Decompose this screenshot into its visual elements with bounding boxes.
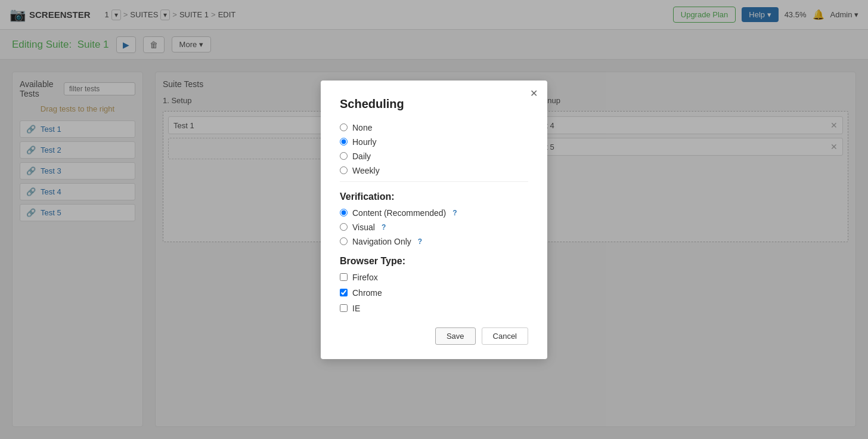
visual-help-link[interactable]: ? (382, 223, 386, 231)
scheduling-hourly[interactable]: Hourly (340, 137, 528, 147)
verification-content-radio[interactable] (340, 209, 348, 217)
scheduling-hourly-radio[interactable] (340, 138, 348, 146)
scheduling-none[interactable]: None (340, 123, 528, 132)
browser-type-section-title: Browser Type: (340, 256, 528, 267)
scheduling-daily[interactable]: Daily (340, 152, 528, 161)
verification-navigation[interactable]: Navigation Only ? (340, 237, 528, 246)
content-help-link[interactable]: ? (452, 209, 457, 217)
navigation-help-link[interactable]: ? (418, 237, 422, 246)
scheduling-none-radio[interactable] (340, 123, 348, 131)
scheduling-weekly-radio[interactable] (340, 166, 348, 174)
browser-checkboxes: Firefox Chrome IE (340, 273, 528, 313)
browser-chrome-checkbox[interactable] (340, 289, 348, 296)
verification-visual-radio[interactable] (340, 223, 348, 231)
scheduling-radio-group: None Hourly Daily Weekly (340, 123, 528, 175)
verification-content[interactable]: Content (Recommended) ? (340, 208, 528, 218)
save-button[interactable]: Save (435, 327, 476, 345)
verification-section-title: Verification: (340, 191, 528, 202)
browser-firefox-checkbox[interactable] (340, 273, 348, 281)
scheduling-daily-radio[interactable] (340, 152, 348, 160)
verification-visual[interactable]: Visual ? (340, 222, 528, 232)
browser-ie-checkbox[interactable] (340, 304, 348, 312)
verification-radio-group: Content (Recommended) ? Visual ? Navigat… (340, 208, 528, 246)
modal-overlay[interactable]: ✕ Scheduling None Hourly Daily Weekly Ve (0, 0, 868, 439)
modal-footer: Save Cancel (340, 327, 528, 345)
browser-ie[interactable]: IE (340, 304, 528, 313)
scheduling-weekly[interactable]: Weekly (340, 166, 528, 175)
scheduling-modal: ✕ Scheduling None Hourly Daily Weekly Ve (321, 81, 547, 359)
browser-chrome[interactable]: Chrome (340, 288, 528, 298)
modal-title: Scheduling (340, 97, 528, 111)
browser-firefox[interactable]: Firefox (340, 273, 528, 282)
modal-close-button[interactable]: ✕ (530, 88, 538, 99)
verification-navigation-radio[interactable] (340, 237, 348, 245)
cancel-button[interactable]: Cancel (482, 327, 528, 345)
